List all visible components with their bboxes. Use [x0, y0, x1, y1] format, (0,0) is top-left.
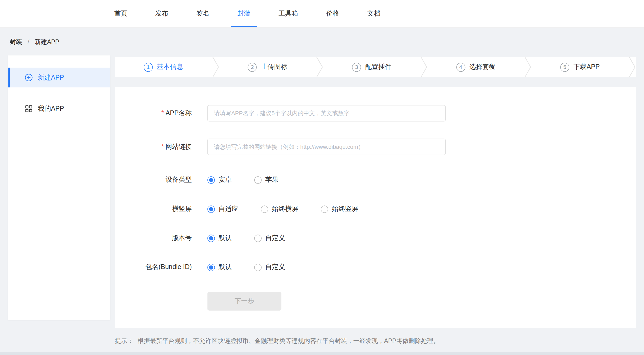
radio-always-landscape[interactable]: 始终横屏 [261, 205, 298, 213]
step-upload-icon: 2 上传图标 [219, 57, 316, 77]
radio-label: 始终横屏 [272, 205, 298, 213]
required-asterisk: * [161, 143, 164, 150]
step-configure-plugins: 3 配置插件 [323, 57, 420, 77]
step-separator-icon [420, 57, 428, 77]
bundle-id-group: 默认 自定义 [207, 263, 285, 272]
step-separator-icon [524, 57, 532, 77]
radio-label: 默认 [219, 234, 232, 242]
step-number: 4 [456, 63, 465, 72]
step-label: 选择套餐 [469, 63, 496, 72]
sidebar-item-label: 新建APP [38, 73, 64, 82]
breadcrumb-current: 新建APP [35, 38, 60, 45]
radio-selected-icon [207, 235, 215, 242]
radio-android[interactable]: 安卓 [207, 176, 232, 184]
breadcrumb: 封装 / 新建APP [0, 28, 644, 47]
sidebar-item-label: 我的APP [38, 104, 64, 113]
device-type-group: 安卓 苹果 [207, 176, 279, 184]
main-content: 1 基本信息 2 上传图标 3 配置插件 4 选择套餐 [115, 55, 636, 346]
radio-label: 默认 [219, 263, 232, 272]
radio-selected-icon [207, 176, 215, 184]
tip-prefix: 提示： [115, 337, 133, 344]
page: 首页 发布 签名 封装 工具箱 价格 文档 封装 / 新建APP 新建APP 我… [0, 0, 644, 355]
radio-ios[interactable]: 苹果 [254, 176, 279, 184]
site-url-label: *网站链接 [115, 143, 192, 151]
step-select-plan: 4 选择套餐 [428, 57, 524, 77]
radio-version-custom[interactable]: 自定义 [254, 234, 285, 242]
breadcrumb-section[interactable]: 封装 [10, 38, 22, 45]
radio-always-portrait[interactable]: 始终竖屏 [321, 205, 358, 213]
form-row-submit: 下一步 [115, 292, 636, 311]
step-label: 下载APP [573, 63, 600, 72]
version-label: 版本号 [115, 234, 192, 242]
radio-bundle-custom[interactable]: 自定义 [254, 263, 285, 272]
step-number: 3 [352, 63, 361, 72]
radio-unselected-icon [261, 205, 268, 213]
top-nav: 首页 发布 签名 封装 工具箱 价格 文档 [0, 0, 644, 28]
radio-label: 始终竖屏 [332, 205, 358, 213]
app-name-label: *APP名称 [115, 109, 192, 118]
step-number: 5 [560, 63, 569, 72]
tip-text: 根据最新平台规则，不允许区块链虚拟币、金融理财类等违规内容在平台封装，一经发现，… [138, 337, 440, 344]
step-download-app: 5 下载APP [532, 57, 628, 77]
orientation-group: 自适应 始终横屏 始终竖屏 [207, 205, 358, 213]
site-url-input[interactable] [207, 139, 446, 155]
version-group: 默认 自定义 [207, 234, 285, 242]
nav-item-toolbox[interactable]: 工具箱 [272, 0, 305, 27]
nav-item-sign[interactable]: 签名 [190, 0, 216, 27]
step-label: 基本信息 [157, 63, 183, 72]
radio-selected-icon [207, 263, 215, 271]
required-asterisk: * [161, 109, 164, 116]
orientation-label: 横竖屏 [115, 205, 192, 213]
sidebar-item-new-app[interactable]: 新建APP [8, 68, 110, 87]
radio-version-default[interactable]: 默认 [207, 234, 232, 242]
radio-label: 安卓 [219, 176, 232, 184]
step-separator-icon [212, 57, 219, 77]
device-type-label: 设备类型 [115, 176, 192, 184]
steps-bar: 1 基本信息 2 上传图标 3 配置插件 4 选择套餐 [115, 57, 636, 77]
bundle-id-label: 包名(Bundle ID) [115, 263, 192, 272]
radio-adaptive[interactable]: 自适应 [207, 205, 238, 213]
radio-selected-icon [207, 205, 215, 213]
form-row-bundle-id: 包名(Bundle ID) 默认 自定义 [115, 263, 636, 272]
content-layout: 新建APP 我的APP 1 基本信息 2 上传图标 [0, 46, 644, 345]
radio-unselected-icon [254, 263, 262, 271]
nav-item-home[interactable]: 首页 [108, 0, 134, 27]
radio-bundle-default[interactable]: 默认 [207, 263, 232, 272]
sidebar-item-my-app[interactable]: 我的APP [8, 99, 110, 119]
radio-label: 自适应 [219, 205, 238, 213]
breadcrumb-separator: / [28, 38, 29, 45]
form-row-app-name: *APP名称 [115, 105, 636, 121]
nav-item-package[interactable]: 封装 [231, 0, 257, 27]
radio-unselected-icon [254, 235, 262, 242]
radio-label: 自定义 [265, 263, 285, 272]
step-label: 配置插件 [365, 63, 392, 72]
radio-label: 自定义 [265, 234, 285, 242]
new-app-form: *APP名称 *网站链接 设备类型 安 [115, 87, 636, 328]
nav-item-docs[interactable]: 文档 [361, 0, 387, 27]
form-row-orientation: 横竖屏 自适应 始终横屏 始终竖屏 [115, 205, 636, 213]
plus-circle-icon [25, 73, 33, 82]
step-number: 1 [144, 63, 153, 72]
next-step-button[interactable]: 下一步 [207, 292, 281, 311]
form-row-device-type: 设备类型 安卓 苹果 [115, 176, 636, 184]
step-number: 2 [248, 63, 257, 72]
nav-item-publish[interactable]: 发布 [149, 0, 175, 27]
step-label: 上传图标 [261, 63, 287, 72]
grid-icon [25, 105, 33, 113]
sidebar: 新建APP 我的APP [8, 55, 110, 320]
footer-strip [0, 352, 644, 355]
radio-unselected-icon [321, 205, 328, 213]
platform-rule-tip: 提示：根据最新平台规则，不允许区块链虚拟币、金融理财类等违规内容在平台封装，一经… [115, 336, 636, 345]
form-row-site-url: *网站链接 [115, 139, 636, 155]
step-basic-info: 1 基本信息 [115, 57, 212, 77]
step-separator-icon [316, 57, 323, 77]
step-separator-icon [628, 57, 636, 77]
nav-item-pricing[interactable]: 价格 [320, 0, 346, 27]
form-row-version: 版本号 默认 自定义 [115, 234, 636, 242]
app-name-input[interactable] [207, 105, 446, 121]
radio-label: 苹果 [265, 176, 279, 184]
radio-unselected-icon [254, 176, 262, 184]
